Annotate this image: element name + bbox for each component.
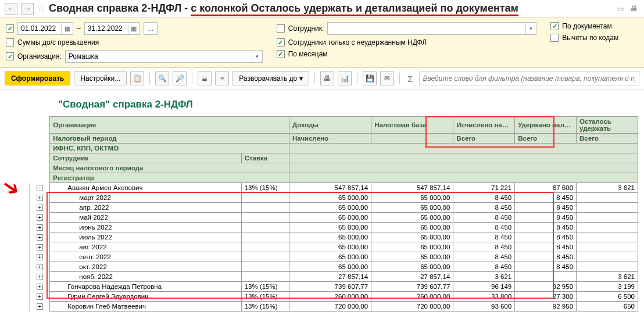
row-held: 67 600 [515,183,577,193]
row-name: Коровин Глеб Матвеевич [50,302,241,312]
header-ifns: ИФНС, КПП, ОКТМО [50,144,289,153]
row-name: Гончарова Надежда Петровна [50,282,241,292]
sums-excess-checkbox[interactable] [6,38,14,46]
chevron-down-icon[interactable]: ▾ [252,51,262,62]
table-row[interactable]: +окт. 202265 000,0065 000,008 4508 450 [30,262,638,272]
date-to-field[interactable]: ▦ [84,22,140,35]
row-income: 65 000,00 [289,242,371,252]
row-remain: 3 199 [577,282,638,292]
chevron-down-icon[interactable]: ▾ [525,23,536,34]
table-row[interactable]: +Гончарова Надежда Петровна13% (15%)739 … [30,282,638,292]
row-held: 8 450 [515,252,577,262]
sigma-icon[interactable]: Σ [407,74,413,84]
row-name: апр. 2022 [50,203,241,213]
tree-toggle[interactable]: + [37,195,43,201]
table-row[interactable]: +май 202265 000,0065 000,008 4508 450 [30,213,638,223]
employee-checkbox[interactable] [277,24,285,33]
only-unheld-label: Сотрудники только с неудержанным НДФЛ [288,38,427,46]
tree-toggle[interactable]: + [37,274,43,280]
by-docs-checkbox[interactable] [550,22,559,30]
tree-toggle[interactable]: + [37,214,43,221]
search-clear-icon[interactable]: 🔎 [173,71,187,85]
settings-button[interactable]: Настройки... [74,71,127,85]
table-row[interactable]: +авг. 202265 000,0065 000,008 4508 450 [30,242,638,252]
copy-settings-icon[interactable]: 📋 [130,71,144,85]
row-name: июль 2022 [50,232,241,242]
header-organization: Организация [50,117,289,134]
table-row[interactable]: +апр. 202265 000,0065 000,008 4508 450 [30,203,638,213]
date-range-checkbox[interactable] [6,24,14,33]
tree-toggle[interactable]: + [37,254,43,260]
table-row[interactable]: +июнь 202265 000,0065 000,008 4508 450 [30,223,638,232]
favorite-icon[interactable]: ☆ [37,3,45,14]
row-remain: 3 621 [577,183,638,193]
row-income: 65 000,00 [289,252,371,262]
organization-checkbox[interactable] [6,52,14,60]
chart-icon[interactable]: 📊 [338,71,352,85]
employee-select[interactable]: ▾ [327,22,536,35]
collapse-icon[interactable]: ≣ [198,71,212,85]
print-button-icon[interactable]: 🖶 [320,71,334,85]
nav-back-button[interactable]: ← [5,3,17,15]
only-unheld-checkbox[interactable] [277,38,285,46]
header-tax-period: Налоговый период [50,134,289,144]
row-name: сент. 2022 [50,252,241,262]
tree-toggle[interactable]: − [37,185,43,191]
row-remain [577,213,638,223]
row-rate: 13% (15%) [241,302,289,312]
tree-toggle[interactable]: + [37,224,43,231]
table-row[interactable]: +июль 202265 000,0065 000,008 4508 450 [30,232,638,242]
tree-toggle[interactable]: + [37,303,43,310]
nav-forward-button[interactable]: → [21,3,34,15]
filter-search[interactable] [419,71,639,85]
row-rate [241,213,289,223]
row-calc: 8 450 [453,193,515,203]
row-remain [577,232,638,242]
row-remain [577,223,638,232]
save-icon[interactable]: 💾 [363,71,377,85]
date-from-input[interactable] [18,24,61,33]
employee-input[interactable] [328,24,525,33]
tree-toggle[interactable]: + [37,234,43,241]
table-row[interactable]: +сент. 202265 000,0065 000,008 4508 450 [30,252,638,262]
tree-toggle[interactable]: + [37,264,43,270]
table-row[interactable]: +март 202265 000,0065 000,008 4508 450 [30,193,638,203]
date-to-input[interactable] [85,24,128,33]
deductions-checkbox[interactable] [550,34,559,42]
generate-button[interactable]: Сформировать [5,71,70,85]
table-row[interactable]: +Коровин Глеб Матвеевич13% (15%)720 000,… [30,302,638,312]
table-row[interactable]: −Авакян Армен Акопович13% (15%)547 857,1… [30,183,638,193]
row-remain: 650 [577,302,638,312]
header-tax-held: Удержано налога [515,117,577,134]
tree-toggle[interactable]: + [37,205,43,211]
filter-search-input[interactable] [423,74,635,83]
row-calc: 8 450 [453,252,515,262]
calendar-icon[interactable]: ▦ [128,23,139,34]
email-icon[interactable]: ✉ [380,71,394,85]
table-row[interactable]: +Гурин Сергей Эдуардович13% (15%)260 000… [30,292,638,302]
expand-to-button[interactable]: Разворачивать до ▾ [232,71,309,85]
organization-select[interactable]: ▾ [65,50,263,63]
tree-toggle[interactable]: + [37,293,43,300]
tree-toggle[interactable]: + [37,244,43,250]
expand-icon[interactable]: ≡ [215,71,229,85]
row-name: нояб. 2022 [50,272,241,282]
row-rate [241,272,289,282]
row-rate: 13% (15%) [241,282,289,292]
tree-toggle[interactable]: + [37,284,43,290]
period-picker-button[interactable]: … [144,22,158,35]
save-report-icon[interactable]: ▭ [615,3,625,14]
table-row[interactable]: +нояб. 202227 857,1427 857,143 6213 621 [30,272,638,282]
print-icon[interactable]: 🖶 [629,3,639,14]
date-from-field[interactable]: ▦ [17,22,73,35]
row-remain: 3 621 [577,272,638,282]
organization-input[interactable] [66,52,252,60]
row-name: май 2022 [50,213,241,223]
search-icon[interactable]: 🔍 [155,71,169,85]
row-remain: 6 500 [577,292,638,302]
by-months-checkbox[interactable] [277,50,285,58]
row-name: март 2022 [50,193,241,203]
calendar-icon[interactable]: ▦ [61,23,73,34]
row-income: 65 000,00 [289,223,371,232]
row-income: 65 000,00 [289,262,371,272]
